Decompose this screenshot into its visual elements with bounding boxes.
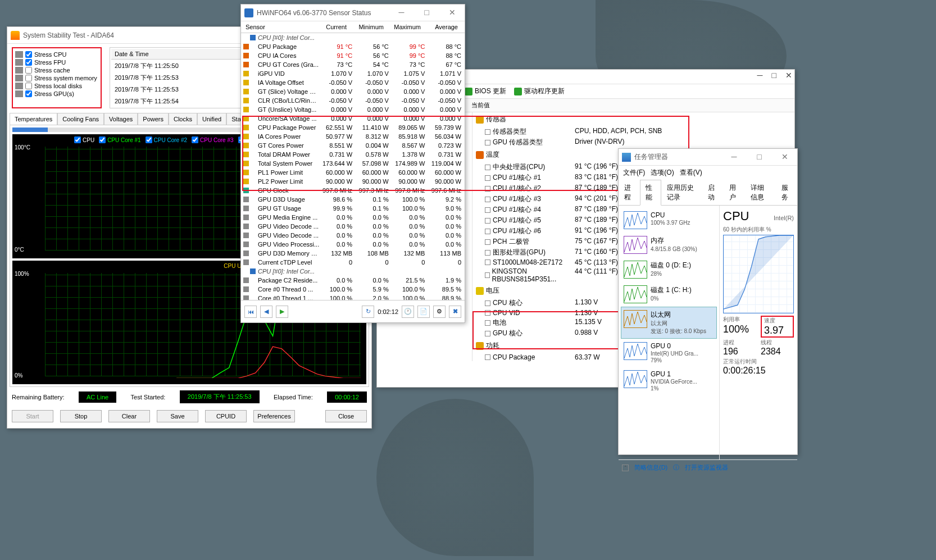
stress-opt[interactable]: Stress CPU <box>15 51 98 58</box>
tab-powers[interactable]: Powers <box>138 113 169 125</box>
sensor-row[interactable]: GT (Unslice) Voltag...0.000 V0.000 V0.00… <box>241 105 465 114</box>
sensor-row[interactable]: GPU Video Decode ...0.0 %0.0 %0.0 %0.0 % <box>241 231 465 240</box>
minimize-button[interactable]: ─ <box>389 4 414 20</box>
perf-tile[interactable]: 内存4.8/15.8 GB (30%) <box>621 233 717 257</box>
tab-clocks[interactable]: Clocks <box>169 113 197 125</box>
stress-opt[interactable]: Stress local disks <box>15 82 98 90</box>
col-value[interactable]: 当前值 <box>471 101 490 110</box>
maximize-button[interactable]: □ <box>414 4 439 20</box>
tab-item[interactable]: 详细信息 <box>745 180 776 205</box>
tab-cooling fans[interactable]: Cooling Fans <box>57 113 104 125</box>
preferences-button[interactable]: Preferences <box>253 410 295 422</box>
close-button[interactable]: Close <box>325 410 367 422</box>
sensor-row[interactable]: GPU D3D Usage98.6 %0.1 %100.0 %9.2 % <box>241 195 465 204</box>
sensor-row[interactable]: Core #0 Thread 1 ...100.0 %2.0 %100.0 %8… <box>241 294 465 300</box>
data-item[interactable]: GPU 传感器类型Driver (NV-DRV) <box>472 137 794 148</box>
sensor-row[interactable]: CPU Package Power62.551 W11.410 W89.065 … <box>241 123 465 132</box>
clear-button[interactable]: Clear <box>108 410 150 422</box>
legend-item[interactable]: CPU Core #2 <box>146 136 187 143</box>
sensor-row[interactable]: GT Cores Power8.551 W0.004 W8.567 W0.723… <box>241 141 465 150</box>
nav-prev-icon[interactable]: ◀ <box>260 306 272 318</box>
close-button[interactable]: ✕ <box>772 149 797 165</box>
clock-icon[interactable]: 🕐 <box>402 306 414 318</box>
fewer-details-link[interactable]: 简略信息(D) <box>634 463 667 472</box>
sensor-row[interactable]: CPU IA Cores91 °C56 °C99 °C88 °C <box>241 51 465 60</box>
sensor-row[interactable]: CLR (CBo/LLC/Ring)...-0.050 V-0.050 V-0.… <box>241 96 465 105</box>
sensor-row[interactable]: GT (Slice) Voltage O...0.000 V0.000 V0.0… <box>241 87 465 96</box>
tab-temperatures[interactable]: Temperatures <box>10 113 57 125</box>
sensor-row[interactable]: GPU Media Engine ...0.0 %0.0 %0.0 %0.0 % <box>241 213 465 222</box>
sensor-row[interactable]: IA Voltage Offset-0.050 V-0.050 V-0.050 … <box>241 78 465 87</box>
sensor-row[interactable]: CPU Package91 °C56 °C99 °C88 °C <box>241 42 465 51</box>
sensor-row[interactable]: IA Cores Power50.977 W8.312 W85.918 W56.… <box>241 132 465 141</box>
tab-item[interactable]: 启动 <box>702 180 724 205</box>
maximize-button[interactable]: □ <box>772 71 776 80</box>
col-current[interactable]: Current <box>313 24 350 30</box>
col-average[interactable]: Average <box>424 24 461 30</box>
save-button[interactable]: Save <box>157 410 198 422</box>
chevron-up-icon[interactable]: ˄ <box>622 465 629 471</box>
log-icon[interactable]: 📄 <box>417 306 430 318</box>
legend-item[interactable]: CPU Core #3 <box>192 136 233 143</box>
maximize-button[interactable]: □ <box>747 149 772 165</box>
stress-opt[interactable]: Stress cache <box>15 66 98 74</box>
menu-item[interactable]: 选项(O) <box>651 168 674 177</box>
sensor-row[interactable]: GPU GT Usage99.9 %0.1 %100.0 %9.0 % <box>241 204 465 213</box>
perf-tile[interactable]: 磁盘 1 (C: H:)0% <box>621 282 717 307</box>
tab-item[interactable]: 进程 <box>619 180 640 205</box>
minimize-button[interactable]: ─ <box>757 71 763 80</box>
sensor-row[interactable]: GPU D3D Memory D...132 MB108 MB132 MB113… <box>241 249 465 258</box>
sensor-row[interactable]: PL2 Power Limit90.000 W90.000 W90.000 W9… <box>241 177 465 186</box>
col-minimum[interactable]: Minimum <box>350 24 387 30</box>
cpuid-button[interactable]: CPUID <box>205 410 247 422</box>
perf-tile[interactable]: CPU100% 3.97 GHz <box>621 208 717 233</box>
start-button[interactable]: Start <box>12 410 53 422</box>
close-button[interactable]: ✕ <box>785 71 792 80</box>
data-item[interactable]: 传感器类型CPU, HDD, ACPI, PCH, SNB <box>472 126 794 137</box>
tm-titlebar[interactable]: 任务管理器 ─ □ ✕ <box>619 149 797 166</box>
resource-monitor-link[interactable]: 打开资源监视器 <box>685 463 728 472</box>
sensor-row[interactable]: GPU Video Processi...0.0 %0.0 %0.0 %0.0 … <box>241 240 465 249</box>
stress-opt[interactable]: Stress system memory <box>15 74 98 82</box>
data-group[interactable]: 传感器 <box>472 112 794 126</box>
toolbar-item[interactable]: 驱动程序更新 <box>514 86 565 96</box>
menu-item[interactable]: 查看(V) <box>680 168 702 177</box>
close-icon[interactable]: ✖ <box>449 306 461 318</box>
perf-tile[interactable]: 以太网以太网 发送: 0 接收: 8.0 Kbps <box>621 307 717 339</box>
stress-opt[interactable]: Stress FPU <box>15 58 98 66</box>
sensor-row[interactable]: Package C2 Reside...0.0 %0.0 %21.5 %1.9 … <box>241 276 465 285</box>
stress-opt[interactable]: Stress GPU(s) <box>15 90 98 98</box>
tab-item[interactable]: 服务 <box>776 180 797 205</box>
tab-voltages[interactable]: Voltages <box>104 113 138 125</box>
hwinfo-titlebar[interactable]: HWiNFO64 v6.06-3770 Sensor Status ─ □ ✕ <box>241 4 465 21</box>
nav-first-icon[interactable]: ⏮ <box>244 306 257 318</box>
legend-item[interactable]: CPU Core #1 <box>99 136 140 143</box>
sensor-row[interactable]: Uncore/SA Voltage ...0.000 V0.000 V0.000… <box>241 114 465 123</box>
sensor-group[interactable]: CPU [#0]: Intel Cor... <box>241 33 465 42</box>
legend-item[interactable]: CPU <box>74 136 94 143</box>
sensor-row[interactable]: Core #0 Thread 0 ...100.0 %5.9 %100.0 %8… <box>241 285 465 294</box>
minimize-button[interactable]: ─ <box>721 149 747 165</box>
menu-item[interactable]: 文件(F) <box>623 168 645 177</box>
sensor-row[interactable]: iGPU VID1.070 V1.070 V1.075 V1.071 V <box>241 69 465 78</box>
col-datetime[interactable]: Date & Time <box>111 49 240 60</box>
perf-tile[interactable]: GPU 1NVIDIA GeForce... 1% <box>621 367 717 395</box>
col-maximum[interactable]: Maximum <box>387 24 424 30</box>
nav-next-icon[interactable]: ▶ <box>276 306 288 318</box>
stop-button[interactable]: Stop <box>60 410 102 422</box>
toolbar-item[interactable]: BIOS 更新 <box>465 86 506 96</box>
sensor-row[interactable]: Total System Power173.644 W57.098 W174.9… <box>241 159 465 168</box>
refresh-icon[interactable]: ↻ <box>362 306 374 318</box>
sensor-row[interactable]: GPU Video Decode ...0.0 %0.0 %0.0 %0.0 % <box>241 222 465 231</box>
tab-unified[interactable]: Unified <box>197 113 226 125</box>
sensor-row[interactable]: PL1 Power Limit60.000 W60.000 W60.000 W6… <box>241 168 465 177</box>
tab-item[interactable]: 应用历史记录 <box>661 180 702 205</box>
sensor-row[interactable]: CPU GT Cores (Gra...73 °C54 °C73 °C67 °C <box>241 60 465 69</box>
tab-item[interactable]: 用户 <box>724 180 745 205</box>
sensor-group[interactable]: CPU [#0]: Intel Cor... <box>241 267 465 276</box>
close-button[interactable]: ✕ <box>439 4 465 20</box>
sensor-row[interactable]: Current cTDP Level0000 <box>241 258 465 267</box>
settings-icon[interactable]: ⚙ <box>433 306 446 318</box>
tab-item[interactable]: 性能 <box>640 180 661 206</box>
col-sensor[interactable]: Sensor <box>241 24 313 30</box>
